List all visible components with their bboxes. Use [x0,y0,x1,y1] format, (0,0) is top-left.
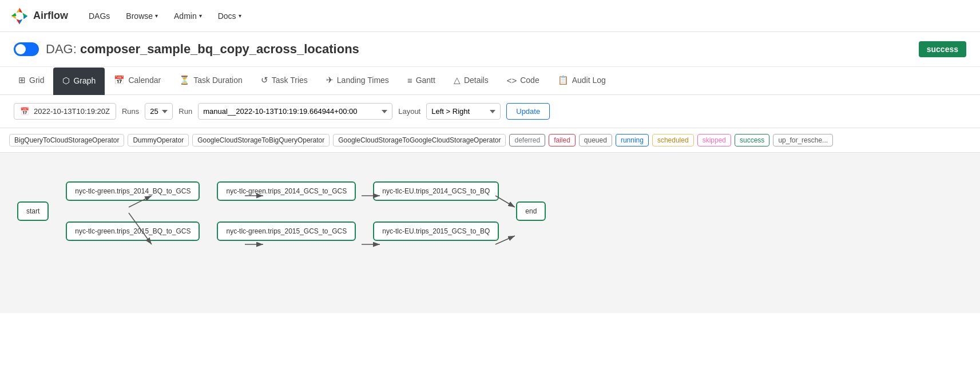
dag-flow: start nyc-tlc-green.trips_2014_BQ_to_GCS… [11,170,969,252]
node-row1-col3[interactable]: nyc-tlc-EU.trips_2014_GCS_to_BQ [373,181,499,201]
nav-browse[interactable]: Browse ▾ [119,7,165,25]
op-tag-bqtocs: BigQueryToCloudStorageOperator [9,134,124,147]
col-2: nyc-tlc-green.trips_2014_GCS_to_GCS nyc-… [217,181,356,241]
nav-admin[interactable]: Admin ▾ [167,7,209,25]
run-select[interactable]: manual__2022-10-13T10:19:19.664944+00:00 [198,103,392,120]
admin-caret-icon: ▾ [199,13,202,19]
success-badge: success [919,41,966,57]
gantt-icon: ≡ [407,76,412,85]
status-tag-scheduled: scheduled [652,134,694,147]
layout-label: Layout [398,107,420,116]
run-label: Run [178,107,192,116]
tabs-bar: ⊞ Grid ⬡ Graph 📅 Calendar ⏳ Task Duratio… [0,67,980,95]
calendar-icon: 📅 [114,75,125,85]
status-tag-skipped: skipped [697,134,731,147]
status-tag-running: running [616,134,649,147]
status-tag-up-for-reschedule: up_for_resche... [773,134,833,147]
code-icon: <> [507,76,517,85]
node-start[interactable]: start [17,201,49,221]
update-button[interactable]: Update [506,103,550,120]
toggle-slider [14,42,39,56]
tab-calendar[interactable]: 📅 Calendar [105,67,170,94]
dag-header: DAG: composer_sample_bq_copy_across_loca… [0,32,980,67]
svg-marker-6 [11,16,17,19]
date-picker[interactable]: 📅 2022-10-13T10:19:20Z [14,103,116,120]
details-icon: △ [454,75,461,85]
svg-marker-2 [22,13,27,15]
tab-task-duration[interactable]: ⏳ Task Duration [170,67,252,94]
node-row2-col3[interactable]: nyc-tlc-EU.trips_2015_GCS_to_BQ [373,221,499,241]
status-tag-success: success [735,134,769,147]
op-tag-dummy: DummyOperator [128,134,189,147]
dag-title-area: DAG: composer_sample_bq_copy_across_loca… [14,42,359,57]
node-row1-col2[interactable]: nyc-tlc-green.trips_2014_GCS_to_GCS [217,181,356,201]
calendar-date-icon: 📅 [20,107,29,116]
date-value: 2022-10-13T10:19:20Z [34,107,110,116]
svg-marker-0 [19,7,22,13]
svg-point-8 [17,13,22,18]
landing-times-icon: ✈ [326,75,334,85]
runs-label: Runs [122,107,139,116]
docs-caret-icon: ▾ [239,13,241,19]
status-tag-queued: queued [579,134,612,147]
tab-graph[interactable]: ⬡ Graph [53,68,105,95]
layout-select[interactable]: Left > Right Top > Bottom [426,103,501,120]
runs-select[interactable]: 25 [145,103,173,120]
task-duration-icon: ⏳ [179,75,190,85]
brand: Airflow [9,6,68,26]
tab-landing-times[interactable]: ✈ Landing Times [317,67,398,94]
nav-docs[interactable]: Docs ▾ [211,7,248,25]
end-col: end [516,201,546,221]
navbar: Airflow DAGs Browse ▾ Admin ▾ Docs ▾ [0,0,980,32]
tab-details[interactable]: △ Details [445,67,498,94]
tab-audit-log[interactable]: 📋 Audit Log [549,67,615,94]
graph-icon: ⬡ [62,76,70,86]
tab-gantt[interactable]: ≡ Gantt [398,68,445,94]
task-tries-icon: ↺ [261,75,268,85]
node-row2-col1[interactable]: nyc-tlc-green.trips_2015_BQ_to_GCS [66,221,200,241]
grid-icon: ⊞ [18,75,26,85]
controls-bar: 📅 2022-10-13T10:19:20Z Runs 25 Run manua… [0,95,980,128]
op-tag-gcstobq: GoogleCloudStorageToBigQueryOperator [192,134,330,147]
col-1: nyc-tlc-green.trips_2014_BQ_to_GCS nyc-t… [66,181,200,241]
svg-marker-3 [23,16,27,19]
start-col: start [17,201,49,221]
brand-name: Airflow [33,10,68,22]
node-end[interactable]: end [516,201,546,221]
node-row2-col2[interactable]: nyc-tlc-green.trips_2015_GCS_to_GCS [217,221,356,241]
status-tag-failed: failed [549,134,576,147]
status-tag-deferred: deferred [509,134,545,147]
op-tag-gcstogcs: GoogleCloudStorageToGoogleCloudStorageOp… [333,134,506,147]
browse-caret-icon: ▾ [155,13,158,19]
graph-container: start nyc-tlc-green.trips_2014_BQ_to_GCS… [11,170,969,296]
svg-marker-1 [17,7,19,13]
node-row1-col1[interactable]: nyc-tlc-green.trips_2014_BQ_to_GCS [66,181,200,201]
graph-area: start nyc-tlc-green.trips_2014_BQ_to_GCS… [0,153,980,313]
col-3: nyc-tlc-EU.trips_2014_GCS_to_BQ nyc-tlc-… [373,181,499,241]
svg-marker-4 [19,19,22,24]
nav-links: DAGs Browse ▾ Admin ▾ Docs ▾ [82,7,248,25]
svg-marker-7 [11,13,17,15]
legend-bar: BigQueryToCloudStorageOperator DummyOper… [0,128,980,153]
tab-grid[interactable]: ⊞ Grid [9,67,53,94]
tab-task-tries[interactable]: ↺ Task Tries [252,67,317,94]
nav-dags[interactable]: DAGs [82,7,117,25]
tab-code[interactable]: <> Code [498,68,549,94]
dag-toggle[interactable] [14,42,39,56]
airflow-logo-icon [9,6,30,26]
audit-log-icon: 📋 [558,75,569,85]
dag-title: DAG: composer_sample_bq_copy_across_loca… [46,42,359,57]
svg-marker-5 [17,19,19,24]
